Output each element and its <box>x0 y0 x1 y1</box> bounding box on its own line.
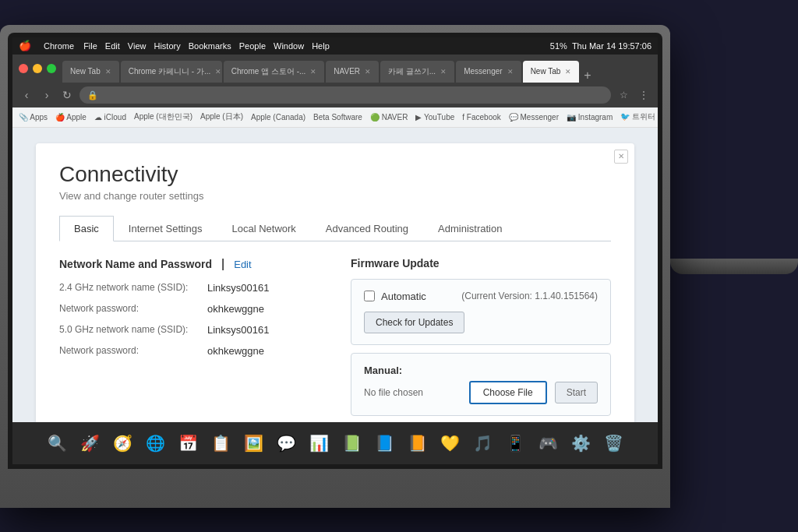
close-window-button[interactable] <box>19 64 28 73</box>
dock-numbers[interactable]: 📊 <box>304 428 334 458</box>
extensions-icon[interactable]: ⋮ <box>636 90 651 100</box>
auto-update-checkbox[interactable] <box>364 291 375 301</box>
chrome-addressbar: ‹ › ↻ ☆ ⋮ <box>12 83 658 107</box>
router-settings-card: ✕ Connectivity View and change router se… <box>36 143 634 422</box>
tab-naver[interactable]: NAVER ✕ <box>326 61 379 83</box>
auto-update-row: Automatic (Current Version: 1.1.40.15156… <box>364 291 598 302</box>
dock-calendar[interactable]: 📅 <box>173 428 203 458</box>
new-tab-button[interactable]: + <box>584 69 591 83</box>
tab-chrome-cafe[interactable]: Chrome 카페니니 - 가... ✕ <box>121 61 222 83</box>
tab-close-icon[interactable]: ✕ <box>105 68 111 76</box>
dock-finder[interactable]: 🔍 <box>42 428 72 458</box>
dock-excel[interactable]: 📗 <box>337 428 366 458</box>
page-subtitle: View and change router settings <box>59 190 611 202</box>
menu-help[interactable]: Help <box>312 41 330 51</box>
dock-launchpad[interactable]: 🚀 <box>75 428 104 458</box>
field-row-pwd-24: Network password: okhkewggne <box>59 303 320 315</box>
tab-local-network[interactable]: Local Network <box>217 216 310 241</box>
tab-close-icon[interactable]: ✕ <box>215 68 221 76</box>
bookmark-beta[interactable]: Beta Software <box>313 113 362 122</box>
dock-appstore[interactable]: 📱 <box>500 428 530 458</box>
dock-itunes[interactable]: 🎵 <box>468 428 497 458</box>
bookmark-icloud[interactable]: ☁ iCloud <box>94 113 126 122</box>
current-version-text: (Current Version: 1.1.40.151564) <box>461 291 598 301</box>
menu-items: File Edit View History Bookmarks People … <box>83 41 330 51</box>
network-section-title: Network Name and Password <box>59 258 212 270</box>
tab-chrome-store[interactable]: Chrome 앱 스토어 -... ✕ <box>224 61 325 83</box>
tab-messenger[interactable]: Messenger ✕ <box>456 61 521 83</box>
card-close-button[interactable]: ✕ <box>614 150 628 164</box>
bookmark-twitter[interactable]: 🐦 트위터 <box>620 111 655 122</box>
page-title: Connectivity <box>59 162 611 187</box>
menu-view[interactable]: View <box>128 41 147 51</box>
dock-notes[interactable]: 📋 <box>206 428 235 458</box>
menu-file[interactable]: File <box>83 41 97 51</box>
tab-advanced-routing[interactable]: Advanced Routing <box>311 216 423 241</box>
field-value-ssid-24: Linksys00161 <box>207 282 270 294</box>
minimize-window-button[interactable] <box>33 64 42 73</box>
screen-bezel: 🍎 Chrome File Edit View History Bookmark… <box>8 33 662 469</box>
bookmarks-bar: 📎 Apps 🍎 Apple ☁ iCloud Apple (대한민국) App… <box>12 107 658 128</box>
bookmark-instagram[interactable]: 📷 Instagram <box>567 113 613 122</box>
firmware-auto-box: Automatic (Current Version: 1.1.40.15156… <box>351 279 611 345</box>
forward-button[interactable]: › <box>39 89 55 101</box>
firmware-section-title: Firmware Update <box>351 257 611 270</box>
tab-close-icon[interactable]: ✕ <box>310 68 316 76</box>
check-for-updates-button[interactable]: Check for Updates <box>364 312 464 333</box>
menu-people[interactable]: People <box>239 41 266 51</box>
laptop-bottom <box>670 259 798 274</box>
dock-word[interactable]: 📘 <box>369 428 399 458</box>
edit-network-link[interactable]: Edit <box>234 259 251 270</box>
tab-close-icon[interactable]: ✕ <box>507 68 514 76</box>
firmware-section: Firmware Update Automatic (Current Versi… <box>351 257 611 416</box>
dock-system-prefs[interactable]: ⚙️ <box>566 428 595 458</box>
reload-button[interactable]: ↻ <box>59 89 75 101</box>
field-value-pwd-50: okhkewggne <box>207 345 264 357</box>
menu-edit[interactable]: Edit <box>105 41 120 51</box>
tab-close-icon[interactable]: ✕ <box>365 68 371 76</box>
dock-steam[interactable]: 🎮 <box>533 428 563 458</box>
page-content: ✕ Connectivity View and change router se… <box>12 128 658 422</box>
dock-safari[interactable]: 🧭 <box>108 428 137 458</box>
settings-tabs: Basic Internet Settings Local Network Ad… <box>59 216 611 241</box>
bookmark-apps[interactable]: 📎 Apps <box>19 113 48 122</box>
tab-close-icon[interactable]: ✕ <box>440 68 447 76</box>
network-section-header: Network Name and Password | Edit <box>59 257 320 271</box>
menu-window[interactable]: Window <box>274 41 304 51</box>
bookmark-apple-kr[interactable]: Apple (대한민국) <box>134 111 192 122</box>
content-columns: Network Name and Password | Edit 2.4 GHz… <box>59 257 611 416</box>
start-button[interactable]: Start <box>555 382 598 403</box>
bookmark-apple-ca[interactable]: Apple (Canada) <box>251 113 305 122</box>
tab-close-icon[interactable]: ✕ <box>565 68 571 76</box>
dock-messages[interactable]: 💬 <box>271 428 301 458</box>
bookmark-apple[interactable]: 🍎 Apple <box>55 113 87 122</box>
clock: Thu Mar 14 19:57:06 <box>572 41 651 51</box>
tab-cafe[interactable]: 카페 글쓰기... ✕ <box>380 61 454 83</box>
bookmark-apple-jp[interactable]: Apple (日本) <box>200 111 243 122</box>
dock-photos[interactable]: 🖼️ <box>238 428 268 458</box>
dock-chrome[interactable]: 🌐 <box>140 428 170 458</box>
tab-basic[interactable]: Basic <box>59 216 114 241</box>
manual-update-title: Manual: <box>364 365 598 376</box>
back-button[interactable]: ‹ <box>19 89 34 101</box>
address-bar[interactable] <box>79 86 611 104</box>
tab-internet-settings[interactable]: Internet Settings <box>114 216 217 241</box>
star-icon[interactable]: ☆ <box>616 90 631 100</box>
choose-file-button[interactable]: Choose File <box>469 381 547 404</box>
bookmark-facebook[interactable]: f Facebook <box>462 113 500 122</box>
tab-administration[interactable]: Administration <box>423 216 517 241</box>
manual-update-row: No file chosen Choose File Start <box>364 381 598 404</box>
dock-trash[interactable]: 🗑️ <box>598 428 628 458</box>
dock-powerpoint[interactable]: 📙 <box>402 428 432 458</box>
bookmark-messenger[interactable]: 💬 Messenger <box>509 113 559 122</box>
tab-new-tab-1[interactable]: New Tab ✕ <box>62 61 119 83</box>
fullscreen-window-button[interactable] <box>47 64 56 73</box>
menu-bookmarks[interactable]: Bookmarks <box>189 41 231 51</box>
bookmark-naver[interactable]: 🟢 NAVER <box>370 113 408 122</box>
tab-new-tab-active[interactable]: New Tab ✕ <box>523 61 580 83</box>
dock-kakao[interactable]: 💛 <box>435 428 464 458</box>
menu-history[interactable]: History <box>154 41 180 51</box>
macos-dock: 🔍 🚀 🧭 🌐 📅 📋 🖼️ 💬 📊 📗 📘 📙 💛 🎵 📱 🎮 ⚙️ 🗑️ <box>12 422 658 464</box>
chrome-titlebar: New Tab ✕ Chrome 카페니니 - 가... ✕ Chrome 앱 … <box>12 55 658 83</box>
bookmark-youtube[interactable]: ▶ YouTube <box>415 113 454 122</box>
